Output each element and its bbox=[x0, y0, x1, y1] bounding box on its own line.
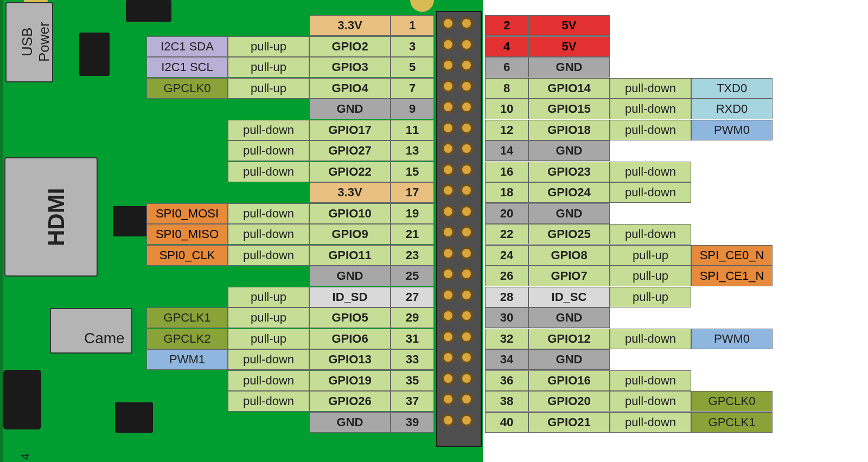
pin-13-num: 13 bbox=[391, 140, 434, 161]
pin-19-alt: SPI0_MOSI bbox=[146, 203, 228, 224]
pin-28-pull: pull-up bbox=[610, 287, 691, 307]
pin-hole bbox=[442, 142, 455, 155]
pin-row-4: 45V bbox=[485, 36, 610, 57]
pin-hole bbox=[460, 80, 473, 93]
pin-26-name: GPIO7 bbox=[528, 266, 610, 286]
pin-23-pull: pull-down bbox=[228, 245, 309, 266]
pin-14-name: GND bbox=[528, 140, 610, 161]
pin-hole bbox=[460, 163, 473, 176]
pin-22-pull: pull-down bbox=[610, 224, 691, 245]
pin-27-num: 27 bbox=[391, 287, 434, 307]
pin-hole bbox=[442, 288, 455, 301]
pin-29-alt: GPCLK1 bbox=[146, 307, 228, 328]
pin-32-alt: PWM0 bbox=[691, 329, 773, 349]
pin-5-num: 5 bbox=[391, 57, 434, 78]
pin-7-num: 7 bbox=[391, 78, 434, 99]
pin-8-name: GPIO14 bbox=[528, 78, 610, 99]
pin-36-pull: pull-down bbox=[610, 370, 691, 391]
pin-21-alt: SPI0_MISO bbox=[146, 224, 228, 245]
pin-hole bbox=[442, 247, 455, 260]
pin-38-num: 38 bbox=[485, 391, 528, 412]
pin-row-7: GPCLK0pull-upGPIO47 bbox=[146, 78, 434, 99]
pin-hole bbox=[442, 100, 455, 113]
pin-18-pull: pull-down bbox=[610, 182, 691, 203]
pin-37-name: GPIO26 bbox=[309, 391, 391, 412]
pin-24-alt: SPI_CE0_N bbox=[691, 245, 773, 266]
pin-row-38: 38GPIO20pull-downGPCLK0 bbox=[485, 391, 773, 412]
pin-10-pull: pull-down bbox=[610, 99, 691, 119]
pin-37-num: 37 bbox=[391, 391, 434, 412]
pin-32-pull: pull-down bbox=[610, 329, 691, 349]
pin-hole bbox=[460, 351, 473, 364]
pin-34-name: GND bbox=[528, 349, 610, 370]
pin-hole bbox=[442, 38, 455, 51]
pin-1-name: 3.3V bbox=[309, 15, 391, 36]
pin-40-alt: GPCLK1 bbox=[691, 412, 773, 433]
pin-hole bbox=[442, 226, 455, 239]
pin-row-37: pull-downGPIO2637 bbox=[228, 391, 434, 412]
pin-row-33: PWM1pull-downGPIO1333 bbox=[146, 349, 434, 370]
pin-row-32: 32GPIO12pull-downPWM0 bbox=[485, 329, 773, 349]
pin-7-pull: pull-up bbox=[228, 78, 309, 99]
pin-26-alt: SPI_CE1_N bbox=[691, 266, 773, 286]
pin-39-num: 39 bbox=[391, 412, 434, 433]
pin-25-name: GND bbox=[309, 266, 391, 286]
pin-32-num: 32 bbox=[485, 329, 528, 349]
pin-hole bbox=[460, 59, 473, 72]
pin-8-alt: TXD0 bbox=[691, 78, 773, 99]
pin-hole bbox=[460, 142, 473, 155]
pin-row-18: 18GPIO24pull-down bbox=[485, 182, 691, 203]
pin-row-34: 34GND bbox=[485, 349, 610, 370]
pin-37-pull: pull-down bbox=[228, 391, 309, 412]
pin-row-24: 24GPIO8pull-upSPI_CE0_N bbox=[485, 245, 773, 266]
pin-35-num: 35 bbox=[391, 370, 434, 391]
pin-2-name: 5V bbox=[528, 15, 610, 36]
pin-5-name: GPIO3 bbox=[309, 57, 391, 78]
pin-16-name: GPIO23 bbox=[528, 162, 610, 182]
pin-row-8: 8GPIO14pull-downTXD0 bbox=[485, 78, 773, 99]
pin-18-name: GPIO24 bbox=[528, 182, 610, 203]
pin-28-name: ID_SC bbox=[528, 287, 610, 307]
pin-23-name: GPIO11 bbox=[309, 245, 391, 266]
pin-38-pull: pull-down bbox=[610, 391, 691, 412]
pin-25-num: 25 bbox=[391, 266, 434, 286]
pin-8-pull: pull-down bbox=[610, 78, 691, 99]
pin-22-num: 22 bbox=[485, 224, 528, 245]
pin-hole bbox=[442, 351, 455, 364]
pin-hole bbox=[442, 80, 455, 93]
pin-24-num: 24 bbox=[485, 245, 528, 266]
pin-12-alt: PWM0 bbox=[691, 120, 773, 140]
pin-row-21: SPI0_MISOpull-downGPIO921 bbox=[146, 224, 434, 245]
pin-5-alt: I2C1 SCL bbox=[146, 57, 228, 78]
pin-hole bbox=[460, 226, 473, 239]
pin-6-name: GND bbox=[528, 57, 610, 78]
pin-6-num: 6 bbox=[485, 57, 528, 78]
pin-9-name: GND bbox=[309, 99, 391, 119]
pin-hole bbox=[460, 247, 473, 260]
pin-21-name: GPIO9 bbox=[309, 224, 391, 245]
pin-20-name: GND bbox=[528, 203, 610, 224]
pin-row-17: 3.3V17 bbox=[309, 182, 434, 203]
pin-7-name: GPIO4 bbox=[309, 78, 391, 99]
pin-row-2: 25V bbox=[485, 15, 610, 36]
pin-26-num: 26 bbox=[485, 266, 528, 286]
pinout-diagram: USB Power HDMI Came 3.3V1I2C1 SDApull-up… bbox=[0, 0, 868, 462]
pin-8-num: 8 bbox=[485, 78, 528, 99]
pin-27-pull: pull-up bbox=[228, 287, 309, 307]
pin-hole bbox=[460, 205, 473, 218]
pin-40-pull: pull-down bbox=[610, 412, 691, 433]
pin-38-alt: GPCLK0 bbox=[691, 391, 773, 412]
pin-hole bbox=[460, 372, 473, 385]
pin-row-15: pull-downGPIO2215 bbox=[228, 162, 434, 182]
pin-31-pull: pull-up bbox=[228, 329, 309, 349]
pin-18-num: 18 bbox=[485, 182, 528, 203]
pin-5-pull: pull-up bbox=[228, 57, 309, 78]
pin-12-name: GPIO18 bbox=[528, 120, 610, 140]
pin-row-25: GND25 bbox=[309, 266, 434, 286]
pin-16-pull: pull-down bbox=[610, 162, 691, 182]
pin-9-num: 9 bbox=[391, 99, 434, 119]
pin-11-pull: pull-down bbox=[228, 120, 309, 140]
pin-row-6: 6GND bbox=[485, 57, 610, 78]
pin-row-12: 12GPIO18pull-downPWM0 bbox=[485, 120, 773, 140]
pin-15-num: 15 bbox=[391, 162, 434, 182]
